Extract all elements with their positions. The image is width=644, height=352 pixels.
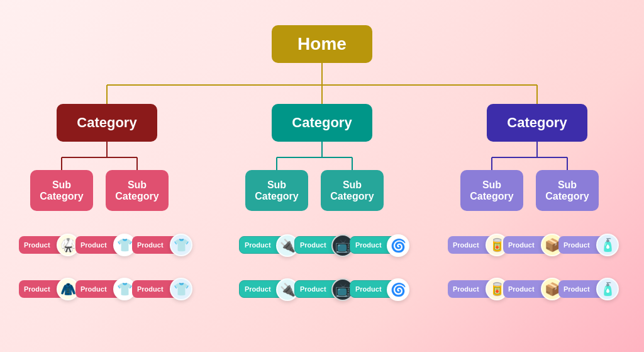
product-right-r1-2[interactable]: Product 📦	[503, 236, 553, 254]
subcategory-node-left-2[interactable]: SubCategory	[106, 170, 169, 211]
product-mid-r1-3[interactable]: Product 🌀	[350, 236, 400, 254]
subcategory-node-left-1[interactable]: SubCategory	[30, 170, 93, 211]
subcategory-node-right-2[interactable]: SubCategory	[536, 170, 599, 211]
tree-diagram: Home Category Category Category SubCateg…	[0, 0, 644, 352]
product-icon-tshirt-blue2: 👕	[170, 278, 192, 300]
subcategory-node-mid-1[interactable]: SubCategory	[245, 170, 308, 211]
product-mid-r1-1[interactable]: Product 🔌	[239, 236, 289, 254]
product-left-r1-3[interactable]: Product 👕	[132, 236, 182, 254]
subcategory-node-mid-2[interactable]: SubCategory	[321, 170, 384, 211]
product-left-r2-2[interactable]: Product 👕	[75, 280, 126, 298]
product-right-r2-2[interactable]: Product 📦	[503, 280, 553, 298]
product-left-r2-3[interactable]: Product 👕	[132, 280, 182, 298]
product-mid-r2-2[interactable]: Product 📺	[294, 280, 345, 298]
product-mid-r2-1[interactable]: Product 🔌	[239, 280, 289, 298]
product-icon-bottle: 🧴	[596, 234, 619, 256]
category-node-mid[interactable]: Category	[272, 104, 372, 142]
product-right-r2-1[interactable]: Product 🥫	[448, 280, 498, 298]
product-right-r1-3[interactable]: Product 🧴	[558, 236, 609, 254]
product-mid-r1-2[interactable]: Product 📺	[294, 236, 345, 254]
product-icon-bottle2: 🧴	[596, 278, 619, 300]
product-left-r2-1[interactable]: Product 🧥	[19, 280, 69, 298]
product-icon-vacuum2: 🌀	[387, 278, 409, 301]
product-mid-r2-3[interactable]: Product 🌀	[350, 280, 400, 298]
subcategory-node-right-1[interactable]: SubCategory	[460, 170, 523, 211]
product-right-r1-1[interactable]: Product 🥫	[448, 236, 498, 254]
product-right-r2-3[interactable]: Product 🧴	[558, 280, 609, 298]
product-left-r1-1[interactable]: Product 🥋	[19, 236, 69, 254]
home-node[interactable]: Home	[272, 25, 372, 63]
product-icon-shirt-blue: 👕	[170, 234, 192, 256]
category-node-left[interactable]: Category	[57, 104, 157, 142]
product-left-r1-2[interactable]: Product 👕	[75, 236, 126, 254]
category-node-right[interactable]: Category	[487, 104, 587, 142]
product-icon-vacuum: 🌀	[387, 234, 409, 257]
